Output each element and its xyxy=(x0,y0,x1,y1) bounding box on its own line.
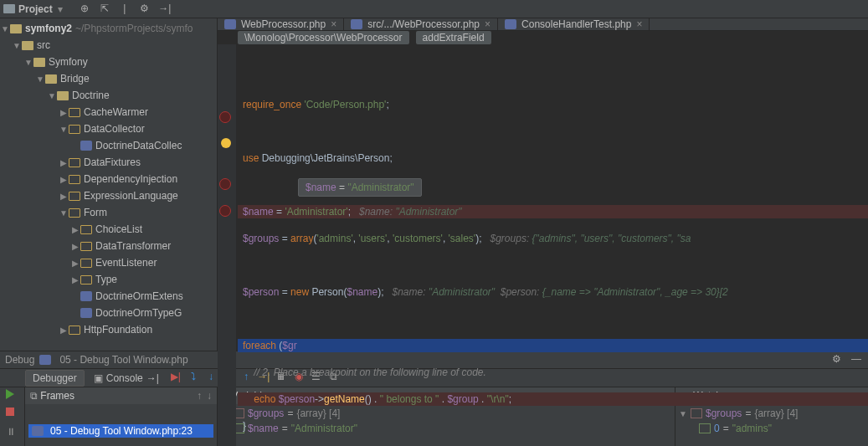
tree-item: DataTransformer xyxy=(95,240,171,252)
tab-label: WebProcessor.php xyxy=(241,18,326,30)
folder-icon xyxy=(69,125,80,134)
folder-icon xyxy=(80,275,92,285)
stop-button[interactable] xyxy=(6,408,19,421)
tree-item: Form xyxy=(84,207,107,218)
tab-debugger[interactable]: Debugger xyxy=(25,370,85,387)
php-file-icon xyxy=(80,308,92,318)
folder-icon xyxy=(33,58,45,67)
breadcrumb-item[interactable]: \Monolog\Processor\WebProcessor xyxy=(238,31,409,44)
close-icon[interactable]: × xyxy=(331,18,336,30)
tree-item: src xyxy=(37,39,50,51)
editor-tab[interactable]: src/.../WebProcessor.php× xyxy=(344,18,498,30)
collapse-side-icon[interactable]: →| xyxy=(158,3,172,16)
target-icon[interactable]: ⊕ xyxy=(78,3,91,16)
pause-button[interactable]: ⏸ xyxy=(6,426,19,439)
breakpoint-icon[interactable] xyxy=(219,178,231,190)
resume-button[interactable] xyxy=(6,389,19,402)
code-text: require_once xyxy=(243,99,304,110)
php-file-icon xyxy=(32,426,44,436)
tree-item: ExpressionLanguage xyxy=(84,190,178,202)
folder-icon xyxy=(80,259,92,268)
php-file-icon xyxy=(224,19,236,29)
breadcrumb-item[interactable]: addExtraField xyxy=(416,31,491,44)
php-file-icon xyxy=(39,355,51,365)
collapse-icon[interactable]: ⇱ xyxy=(98,3,111,16)
tab-console[interactable]: ▣Console→| xyxy=(87,371,166,386)
step-over-icon[interactable]: ⤵ xyxy=(186,371,201,386)
breakpoint-icon[interactable] xyxy=(219,205,231,217)
close-icon[interactable]: × xyxy=(485,18,490,30)
project-tree[interactable]: ▼symfony2~/PhpstormProjects/symfo ▼src ▼… xyxy=(0,18,218,351)
folder-icon xyxy=(22,41,33,50)
tree-root-path: ~/PhpstormProjects/symfo xyxy=(75,23,193,34)
tree-item: Type xyxy=(95,274,117,285)
php-file-icon xyxy=(80,291,92,301)
intention-bulb-icon[interactable] xyxy=(221,138,231,148)
gear-icon[interactable]: ⚙ xyxy=(138,3,152,16)
tree-item: DoctrineDataCollec xyxy=(95,140,182,151)
folder-icon xyxy=(80,225,92,234)
project-folder-icon xyxy=(3,4,15,13)
close-icon[interactable]: × xyxy=(636,18,642,30)
editor-tab[interactable]: ConsoleHandlerTest.php× xyxy=(498,18,650,30)
folder-icon xyxy=(80,242,92,251)
folder-icon xyxy=(69,192,80,201)
project-title: Project xyxy=(18,3,53,15)
show-exec-point-icon[interactable]: ▶| xyxy=(168,371,183,386)
debug-title: Debug xyxy=(5,354,34,366)
php-file-icon xyxy=(80,141,92,151)
tab-label: src/.../WebProcessor.php xyxy=(367,18,480,30)
tab-label: ConsoleHandlerTest.php xyxy=(521,18,631,30)
code-editor[interactable]: require_once 'Code/Person.php'; use Debu… xyxy=(218,44,868,446)
tree-item: EventListener xyxy=(95,257,157,269)
php-file-icon xyxy=(351,19,362,29)
editor-tabs: WebProcessor.php× src/.../WebProcessor.p… xyxy=(218,18,868,31)
tree-item: ChoiceList xyxy=(95,223,142,235)
step-into-icon[interactable]: ↓ xyxy=(203,371,218,386)
php-file-icon xyxy=(505,19,516,29)
breadcrumb: \Monolog\Processor\WebProcessor addExtra… xyxy=(218,31,868,44)
module-icon xyxy=(10,24,22,33)
folder-icon xyxy=(69,108,80,117)
folder-icon xyxy=(57,91,69,100)
editor-tab[interactable]: WebProcessor.php× xyxy=(218,18,344,30)
tree-item: Symfony xyxy=(49,56,88,68)
tree-item: HttpFoundation xyxy=(84,324,152,336)
breakpoint-icon[interactable] xyxy=(219,111,231,123)
folder-icon xyxy=(45,74,57,84)
tree-item: DoctrineOrmExtens xyxy=(95,290,183,302)
tree-item: DataCollector xyxy=(84,123,145,135)
tree-item: DependencyInjection xyxy=(84,173,177,185)
run-controls: ⏸ xyxy=(0,387,25,446)
folder-icon xyxy=(69,208,80,218)
panel-title-frames: Frames xyxy=(40,390,74,402)
folder-icon xyxy=(69,326,80,335)
folder-icon xyxy=(69,158,80,167)
tree-root: symfony2 xyxy=(25,23,72,34)
tree-item: Bridge xyxy=(60,73,90,85)
frame-label: 05 - Debug Tool Window.php:23 xyxy=(50,425,193,437)
debug-session-name: 05 - Debug Tool Window.php xyxy=(59,354,187,366)
chevron-down-icon[interactable]: ▾ xyxy=(58,3,63,15)
up-icon[interactable]: ↑ xyxy=(197,390,202,402)
tree-item: Doctrine xyxy=(72,90,110,101)
folder-icon xyxy=(69,175,80,184)
tree-item: DataFixtures xyxy=(84,156,141,168)
down-icon[interactable]: ↓ xyxy=(207,390,212,402)
divider-icon: | xyxy=(118,3,131,16)
tree-item: DoctrineOrmTypeG xyxy=(95,307,182,319)
frame-row-selected[interactable]: 05 - Debug Tool Window.php:23 xyxy=(28,424,213,438)
value-tooltip: $name = "Administrator" xyxy=(298,178,422,197)
tree-item: CacheWarmer xyxy=(84,106,148,118)
